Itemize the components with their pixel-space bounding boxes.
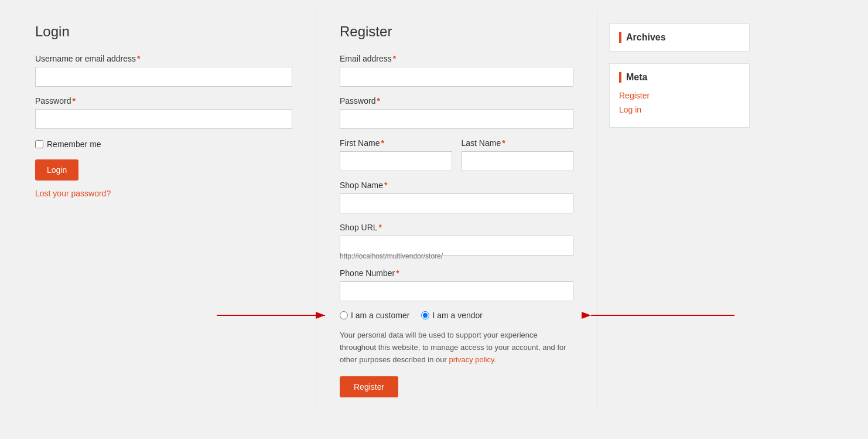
customer-radio[interactable]: [340, 311, 348, 319]
remember-me-container: Remember me: [35, 139, 292, 149]
phone-input[interactable]: [340, 281, 573, 301]
meta-section: Meta Register Log in: [609, 63, 750, 128]
privacy-text: Your personal data will be used to suppo…: [340, 329, 573, 366]
archives-title: Archives: [626, 32, 666, 43]
first-name-label: First Name*: [340, 138, 452, 148]
sidebar: Archives Meta Register Log in: [597, 12, 761, 409]
shop-name-input[interactable]: [340, 193, 573, 213]
register-button[interactable]: Register: [340, 376, 398, 397]
login-button[interactable]: Login: [35, 159, 78, 181]
last-name-required: *: [502, 138, 505, 148]
login-password-input[interactable]: [35, 109, 292, 129]
email-required: *: [393, 54, 396, 63]
privacy-policy-link[interactable]: privacy policy: [449, 355, 494, 364]
lost-password-link[interactable]: Lost your password?: [35, 189, 111, 198]
remember-me-label[interactable]: Remember me: [47, 139, 101, 149]
meta-title: Meta: [626, 72, 647, 83]
vendor-radio[interactable]: [421, 311, 429, 319]
vendor-radio-option: I am a vendor: [421, 311, 483, 320]
first-name-required: *: [381, 138, 384, 148]
right-arrow: [585, 307, 737, 324]
name-row: First Name* Last Name*: [340, 138, 573, 181]
phone-label: Phone Number*: [340, 268, 573, 278]
register-password-required: *: [377, 96, 380, 106]
customer-label[interactable]: I am a customer: [351, 311, 409, 320]
login-title: Login: [35, 23, 292, 40]
first-name-group: First Name*: [340, 138, 452, 181]
vendor-label[interactable]: I am a vendor: [432, 311, 483, 320]
archives-section: Archives: [609, 23, 750, 52]
login-password-required: *: [72, 96, 75, 106]
last-name-input[interactable]: [462, 151, 574, 171]
register-password-label: Password*: [340, 96, 573, 106]
password-label: Password*: [35, 96, 292, 106]
shop-url-label: Shop URL*: [340, 223, 573, 232]
last-name-group: Last Name*: [462, 138, 574, 181]
username-label: Username or email address*: [35, 54, 292, 63]
sidebar-register-link[interactable]: Register: [619, 91, 740, 100]
shop-url-required: *: [379, 223, 382, 232]
register-title: Register: [340, 23, 573, 40]
username-required: *: [137, 54, 140, 63]
customer-radio-option: I am a customer: [340, 311, 409, 320]
shop-name-required: *: [384, 181, 387, 190]
left-arrow: [217, 307, 334, 324]
email-input[interactable]: [340, 67, 573, 87]
meta-title-container: Meta: [619, 72, 740, 83]
login-section: Login Username or email address* Passwor…: [23, 12, 316, 409]
first-name-input[interactable]: [340, 151, 452, 171]
email-label: Email address*: [340, 54, 573, 63]
register-section: Register Email address* Password* First …: [316, 12, 597, 409]
meta-title-bar: [619, 72, 621, 83]
last-name-label: Last Name*: [462, 138, 574, 148]
archives-title-bar: [619, 32, 621, 43]
sidebar-login-link[interactable]: Log in: [619, 105, 740, 114]
archives-title-container: Archives: [619, 32, 740, 43]
phone-required: *: [396, 268, 399, 278]
remember-me-checkbox[interactable]: [35, 140, 43, 148]
register-password-input[interactable]: [340, 109, 573, 129]
shop-name-label: Shop Name*: [340, 181, 573, 190]
username-input[interactable]: [35, 67, 292, 87]
